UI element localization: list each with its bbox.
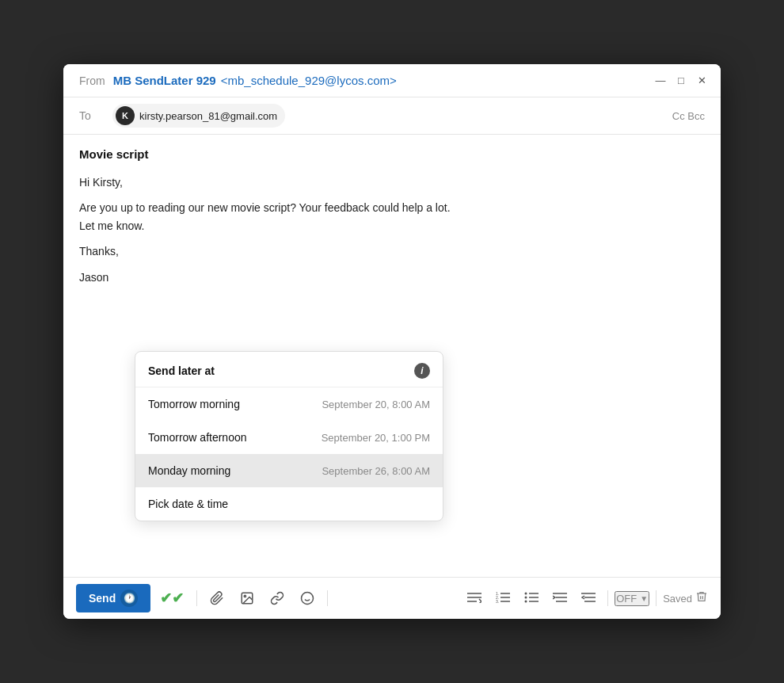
toolbar-separator-3 [607,590,608,606]
delete-button[interactable] [695,590,708,606]
sender-email: <mb_schedule_929@lycos.com> [221,74,397,87]
toolbar-separator-1 [196,590,197,606]
toolbar-separator-2 [327,590,328,606]
trash-icon [695,590,708,603]
chevron-down-icon: ▼ [640,594,648,603]
to-label: To [79,109,103,122]
window-controls: — □ ✕ [654,74,708,87]
body-greeting: Hi Kirsty, [79,174,705,191]
maximize-button[interactable]: □ [675,74,687,87]
emoji-button[interactable] [294,586,321,610]
send-later-option-2[interactable]: Monday morning September 26, 8:00 AM [135,454,443,487]
indent-icon [553,592,567,603]
body-signature: Jason [79,269,705,286]
outdent-icon [581,592,596,603]
svg-point-15 [525,596,527,598]
svg-text:3.: 3. [496,599,499,603]
paperclip-icon [210,591,224,605]
email-body: Hi Kirsty, Are you up to reading our new… [79,174,705,286]
subject-line: Movie script [79,147,705,161]
indent-button[interactable] [547,588,573,609]
toolbar-separator-4 [656,590,657,606]
attach-button[interactable] [204,586,230,610]
send-later-option-0[interactable]: Tomorrow morning September 20, 8:00 AM [135,387,443,421]
send-label: Send [89,592,116,605]
send-later-panel: Send later at i Tomorrow morning Septemb… [135,351,443,521]
avatar: K [116,106,135,125]
info-icon[interactable]: i [414,363,430,379]
sender-name: MB SendLater 929 [113,74,216,87]
check-button[interactable]: ✔✔ [154,585,190,612]
titlebar: From MB SendLater 929 <mb_schedule_929@l… [63,64,721,97]
outdent-button[interactable] [576,588,601,609]
link-icon [270,591,284,605]
body-thanks: Thanks, [79,242,705,260]
from-label: From [79,74,105,87]
send-clock-icon: 🕐 [120,590,138,607]
recipient-chip[interactable]: K kirsty.pearson_81@gmail.com [112,104,285,128]
send-later-option-1[interactable]: Tomorrow afternoon September 20, 1:00 PM [135,421,443,454]
emoji-icon [300,591,314,605]
link-button[interactable] [264,586,291,610]
body-main: Are you up to reading our new movie scri… [79,199,705,235]
toolbar: Send 🕐 ✔✔ [63,577,721,619]
off-toggle-button[interactable]: OFF ▼ [615,591,649,606]
align-button[interactable] [462,588,487,609]
ordered-list-button[interactable]: 1. 2. 3. [490,588,516,609]
svg-point-16 [525,600,527,602]
to-row: To K kirsty.pearson_81@gmail.com Cc Bcc [63,97,721,135]
cc-bcc-button[interactable]: Cc Bcc [672,110,705,122]
send-later-header: Send later at i [135,352,443,387]
svg-point-2 [302,593,314,605]
minimize-button[interactable]: — [654,74,667,87]
saved-label: Saved [663,593,692,605]
unordered-list-icon [524,592,539,603]
ordered-list-icon: 1. 2. 3. [496,592,510,603]
recipient-email: kirsty.pearson_81@gmail.com [139,110,277,122]
toolbar-right: 1. 2. 3. [462,588,708,609]
send-button[interactable]: Send 🕐 [76,584,150,612]
svg-point-1 [244,595,245,597]
align-icon [467,592,481,603]
send-later-option-3[interactable]: Pick date & time [135,487,443,521]
image-icon [240,591,254,605]
unordered-list-button[interactable] [519,588,544,609]
off-label: OFF [616,593,637,605]
compose-body[interactable]: Movie script Hi Kirsty, Are you up to re… [63,135,721,577]
image-button[interactable] [234,586,261,610]
compose-window: From MB SendLater 929 <mb_schedule_929@l… [63,64,721,619]
svg-point-14 [525,592,527,594]
send-later-title: Send later at [148,364,215,377]
close-button[interactable]: ✕ [695,74,708,87]
